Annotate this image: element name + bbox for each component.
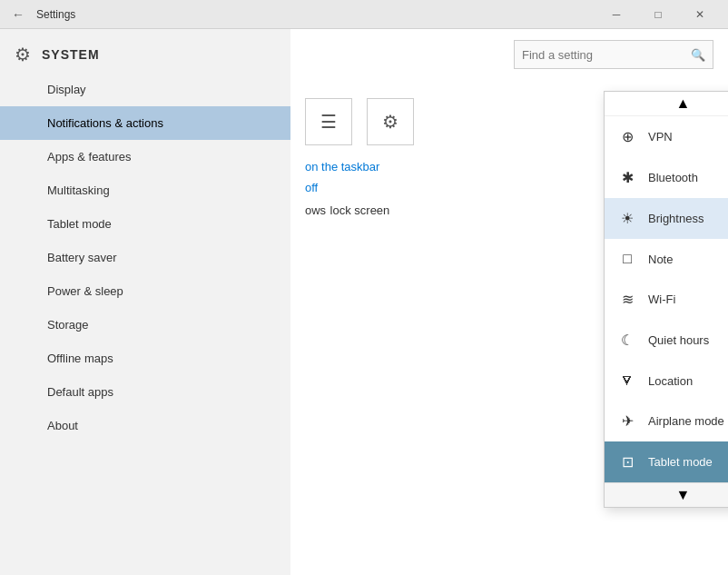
dropdown-item-label: Bluetooth — [648, 171, 698, 184]
sidebar-heading: SYSTEM — [42, 47, 100, 62]
ctrl-box-2[interactable]: ⚙ — [367, 98, 414, 145]
sidebar-item-about[interactable]: About — [0, 409, 290, 442]
back-button[interactable]: ← — [7, 4, 29, 25]
dropdown-item-label: Tablet mode — [648, 455, 713, 469]
scroll-down-indicator[interactable]: ▼ — [605, 482, 728, 507]
dropdown-item-brightness[interactable]: ☀Brightness — [605, 198, 728, 239]
search-input[interactable] — [522, 48, 691, 62]
dropdown-item-label: VPN — [648, 130, 673, 144]
quick-actions-dropdown: ▲ ⊕VPN✱Bluetooth☀Brightness□Note≋Wi-Fi☾Q… — [604, 91, 728, 508]
sidebar-item-notifications-&-actions[interactable]: Notifications & actions — [0, 106, 290, 140]
dropdown-item-note[interactable]: □Note — [605, 239, 728, 279]
sidebar-item-tablet-mode[interactable]: Tablet mode — [0, 207, 290, 241]
dropdown-item-label: Wi-Fi — [648, 292, 675, 306]
vpn-icon: ⊕ — [617, 128, 637, 145]
sidebar-item-power-&-sleep[interactable]: Power & sleep — [0, 274, 290, 308]
sidebar-item-apps-&-features[interactable]: Apps & features — [0, 140, 290, 173]
search-bar: 🔍 — [514, 40, 713, 69]
sidebar-header: ⚙ SYSTEM — [0, 29, 290, 73]
sidebar-item-default-apps[interactable]: Default apps — [0, 375, 290, 409]
titlebar-title: Settings — [36, 8, 75, 21]
dropdown-item-bluetooth[interactable]: ✱Bluetooth — [605, 157, 728, 198]
content-text2: lock screen — [330, 203, 390, 217]
dropdown-item-location[interactable]: ⛛Location — [605, 361, 728, 401]
ctrl-box-1[interactable]: ☰ — [305, 98, 352, 145]
sidebar-item-multitasking[interactable]: Multitasking — [0, 173, 290, 207]
scroll-down-icon: ▼ — [676, 487, 691, 503]
minimize-button[interactable]: ─ — [595, 0, 637, 29]
location-icon: ⛛ — [617, 372, 637, 389]
sidebar-nav: DisplayNotifications & actionsApps & fea… — [0, 73, 290, 575]
bluetooth-icon: ✱ — [617, 169, 637, 186]
scroll-up-icon: ▲ — [676, 95, 691, 112]
dropdown-item-wi-fi[interactable]: ≋Wi-Fi — [605, 279, 728, 320]
sidebar-item-battery-saver[interactable]: Battery saver — [0, 241, 290, 274]
dropdown-items: ⊕VPN✱Bluetooth☀Brightness□Note≋Wi-Fi☾Qui… — [605, 116, 728, 482]
sidebar-item-storage[interactable]: Storage — [0, 308, 290, 342]
dropdown-item-label: Airplane mode — [648, 414, 724, 428]
dropdown-item-label: Brightness — [648, 212, 703, 225]
dropdown-item-quiet-hours[interactable]: ☾Quiet hours — [605, 320, 728, 361]
sidebar-item-offline-maps[interactable]: Offline maps — [0, 342, 290, 375]
dropdown-item-airplane-mode[interactable]: ✈Airplane mode — [605, 401, 728, 441]
titlebar: ← Settings ─ □ ✕ — [0, 0, 728, 29]
sidebar: ⚙ SYSTEM DisplayNotifications & actionsA… — [0, 29, 290, 575]
note-icon: □ — [617, 251, 637, 267]
sidebar-item-display[interactable]: Display — [0, 73, 290, 106]
back-icon: ← — [12, 7, 25, 22]
content-area: 🔍 ☰ ⚙ on the taskbar off ows lock screen… — [290, 29, 728, 575]
search-icon: 🔍 — [691, 48, 705, 62]
gear-icon: ⚙ — [15, 44, 31, 65]
dropdown-item-label: Location — [648, 374, 693, 388]
content-text1: ows — [305, 203, 326, 217]
dropdown-item-vpn[interactable]: ⊕VPN — [605, 116, 728, 157]
maximize-button[interactable]: □ — [637, 0, 679, 29]
wi-fi-icon: ≋ — [617, 291, 637, 308]
window-controls: ─ □ ✕ — [595, 0, 721, 29]
dropdown-item-label: Note — [648, 253, 673, 266]
brightness-icon: ☀ — [617, 210, 637, 227]
quiet-hours-icon: ☾ — [617, 332, 637, 349]
dropdown-item-label: Quiet hours — [648, 333, 709, 347]
airplane-mode-icon: ✈ — [617, 412, 637, 430]
scroll-up-indicator[interactable]: ▲ — [605, 92, 728, 116]
close-button[interactable]: ✕ — [679, 0, 721, 29]
main-layout: ⚙ SYSTEM DisplayNotifications & actionsA… — [0, 29, 728, 575]
tablet-mode-icon: ⊡ — [617, 453, 637, 471]
dropdown-item-tablet-mode[interactable]: ⊡Tablet mode — [605, 441, 728, 482]
